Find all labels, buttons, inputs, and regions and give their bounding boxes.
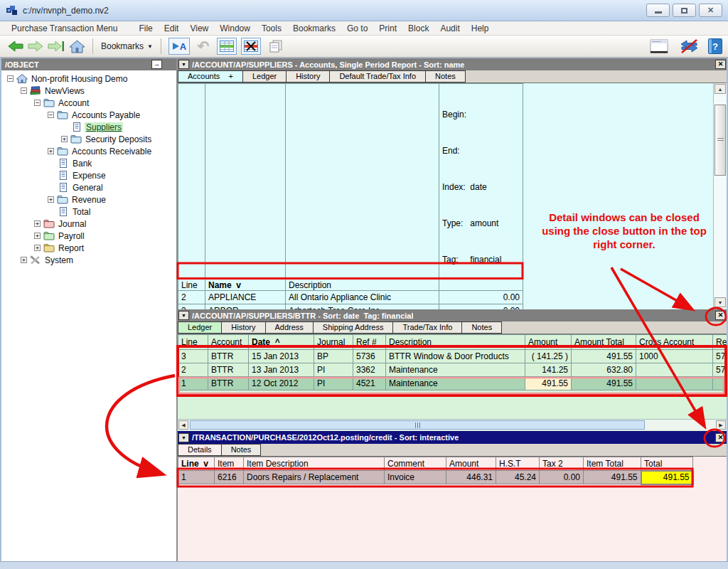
col-item-total: Item Total	[584, 457, 641, 471]
report-meta-cell: Begin: End: Index: date Type: amount Tag…	[439, 84, 523, 291]
table-insert-row-icon[interactable]	[217, 38, 237, 55]
tab-ledger[interactable]: Ledger	[178, 321, 222, 334]
menu-purchase-transaction[interactable]: Purchase Transaction Menu	[6, 23, 124, 34]
tab-trade-tax-info[interactable]: Trade/Tax Info	[392, 321, 462, 334]
tree-label: NewViews	[43, 86, 86, 96]
table-row[interactable]: 3ARBORArbortech Tree Care Inc0.00	[178, 304, 523, 310]
scroll-left-button[interactable]: ◀	[178, 420, 188, 430]
bookmarks-dropdown[interactable]: Bookmarks ▼	[101, 41, 153, 51]
tree-item-suppliers[interactable]: Suppliers	[1, 121, 176, 133]
tree-item-expense[interactable]: Expense	[1, 169, 176, 181]
ledger-row[interactable]: 2BTTR13 Jan 2013PI3362Maintenance141.256…	[178, 363, 727, 377]
table-row[interactable]: 2APPLIANCEAll Ontario Appliance Clinic0.…	[178, 291, 523, 304]
panel-dropdown-button[interactable]: ▼	[178, 433, 189, 442]
collapse-toggle[interactable]: −	[34, 100, 41, 106]
tree-item-total[interactable]: Total	[1, 206, 176, 218]
menu-file[interactable]: File	[133, 23, 158, 34]
menu-block[interactable]: Block	[402, 23, 434, 34]
tab-notes[interactable]: Notes	[221, 444, 262, 456]
col-total: Total	[641, 457, 693, 471]
tree-item-bank[interactable]: Bank	[1, 157, 176, 169]
ledger-row-selected[interactable]: 1BTTR12 Oct 2012PI4521Maintenance491.554…	[178, 377, 727, 390]
menu-view[interactable]: View	[184, 23, 214, 34]
ledger-row[interactable]: 3BTTR15 Jan 2013BP5736BTTR Window & Door…	[178, 350, 727, 363]
menu-window[interactable]: Window	[214, 23, 256, 34]
tree-item-report[interactable]: + Report	[1, 242, 176, 254]
tab-history[interactable]: History	[221, 321, 265, 334]
menu-audit[interactable]: Audit	[434, 23, 465, 34]
help-icon[interactable]: ?	[708, 38, 722, 54]
expand-toggle[interactable]: +	[48, 148, 54, 154]
maximize-button[interactable]	[673, 4, 696, 17]
menu-goto[interactable]: Go to	[341, 23, 373, 34]
forward-end-icon[interactable]	[48, 41, 65, 52]
panel-dropdown-button[interactable]: ▼	[178, 60, 189, 69]
menu-help[interactable]: Help	[466, 23, 495, 34]
tree-item-journal[interactable]: + Journal	[1, 218, 176, 230]
tab-history[interactable]: History	[286, 70, 330, 83]
expand-toggle[interactable]: +	[34, 245, 41, 251]
horizontal-scrollbar[interactable]: ◀ ▶	[178, 419, 727, 430]
close-panel-button[interactable]: ✕	[715, 60, 726, 69]
copy-icon[interactable]	[269, 40, 283, 53]
tab-details[interactable]: Details	[178, 444, 222, 456]
expand-toggle[interactable]: +	[61, 136, 68, 142]
close-panel-button[interactable]: ✕	[715, 433, 726, 442]
window-title: c:/nv/nvnph_demo.nv2	[23, 6, 109, 16]
tree-item-account[interactable]: − Account	[1, 97, 176, 109]
window-icon[interactable]	[650, 39, 668, 54]
collapse-toggle[interactable]: −	[48, 112, 54, 118]
tab-accounts[interactable]: Accounts +	[178, 70, 243, 83]
document-icon	[71, 122, 82, 132]
menu-edit[interactable]: Edit	[159, 23, 185, 34]
tree-item-accounts-payable[interactable]: − Accounts Payable	[1, 109, 176, 121]
expand-toggle[interactable]: +	[21, 257, 27, 263]
tree-item-revenue[interactable]: + Revenue	[1, 193, 176, 206]
tab-shipping-address[interactable]: Shipping Address	[313, 321, 394, 334]
tab-ledger[interactable]: Ledger	[242, 70, 287, 83]
home-icon[interactable]	[69, 40, 85, 53]
tab-address[interactable]: Address	[265, 321, 314, 334]
transfer-disabled-icon[interactable]	[680, 39, 699, 53]
panel-dropdown-button[interactable]: ▼	[178, 311, 189, 320]
tree-item-newviews[interactable]: − NewViews	[1, 85, 176, 97]
collapse-toggle[interactable]: −	[21, 87, 27, 94]
menu-print[interactable]: Print	[373, 23, 402, 34]
tree-item-nonprofit-housing-demo[interactable]: − Non-profit Housing Demo	[1, 73, 176, 85]
tree-label-selected: Suppliers	[85, 122, 123, 132]
tab-notes[interactable]: Notes	[425, 70, 466, 83]
tree-item-payroll[interactable]: + Payroll	[1, 230, 176, 242]
expand-toggle[interactable]: +	[48, 196, 54, 203]
meta-tag: Tag: financial	[442, 254, 520, 266]
tree-item-general[interactable]: General	[1, 181, 176, 193]
tree-item-security-deposits[interactable]: + Security Deposits	[1, 133, 176, 145]
close-panel-button[interactable]: ✕	[715, 311, 726, 320]
minimize-button[interactable]	[646, 4, 670, 17]
tree-label: Expense	[71, 171, 107, 181]
tab-notes[interactable]: Notes	[461, 321, 502, 334]
expand-right-button[interactable]: →	[151, 60, 162, 69]
expand-toggle[interactable]: +	[34, 220, 41, 227]
menu-bookmarks[interactable]: Bookmarks	[287, 23, 341, 34]
close-window-button[interactable]: ✕	[699, 4, 722, 17]
tree-item-accounts-receivable[interactable]: + Accounts Receivable	[1, 145, 176, 157]
tab-default-trade-tax-info[interactable]: Default Trade/Tax Info	[329, 70, 426, 83]
tree-label: Account	[57, 98, 90, 108]
back-icon[interactable]	[8, 41, 23, 52]
transaction-row[interactable]: 16216Doors Repairs / ReplacementInvoice4…	[178, 471, 693, 484]
tree-item-system[interactable]: + System	[1, 254, 176, 266]
transaction-panel-title: /TRANSACTION/PURCHASE/2012Oct12.posting/…	[192, 433, 459, 442]
run-block-icon[interactable]: A	[168, 38, 190, 55]
menu-tools[interactable]: Tools	[256, 23, 287, 34]
expand-toggle[interactable]: +	[34, 233, 41, 239]
scroll-right-button[interactable]: ▶	[716, 420, 726, 430]
vertical-scrollbar[interactable]: ▲ ▼	[713, 83, 727, 308]
scroll-up-button[interactable]: ▲	[714, 84, 726, 94]
col-amount: Amount	[525, 335, 572, 350]
table-delete-row-icon[interactable]	[241, 38, 261, 55]
scrollbar-thumb[interactable]	[190, 420, 645, 430]
forward-icon[interactable]	[28, 41, 43, 52]
scroll-down-button[interactable]: ▼	[714, 297, 726, 307]
collapse-toggle[interactable]: −	[7, 75, 14, 82]
scrollbar-thumb[interactable]	[714, 105, 726, 176]
